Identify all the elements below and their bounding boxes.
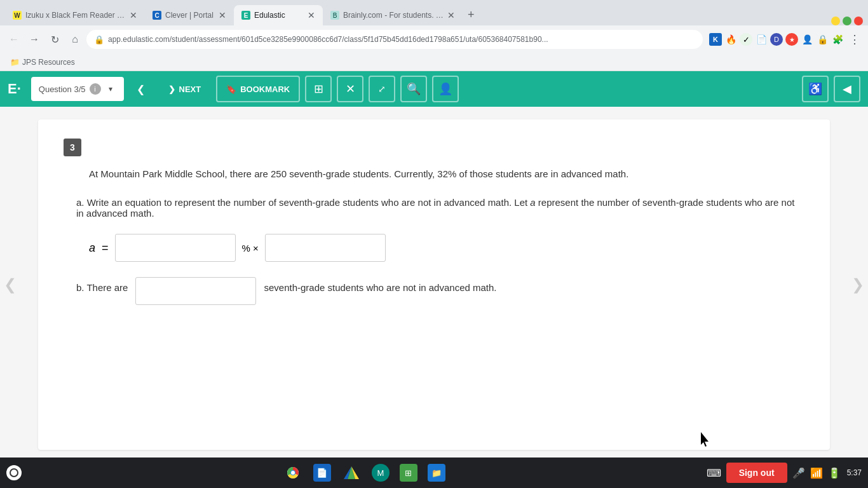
accessibility-button[interactable]: ♿	[802, 76, 829, 102]
ext-icon-5[interactable]: D	[770, 33, 783, 46]
circle-icon	[10, 468, 18, 477]
tab-edulastic[interactable]: E Edulastic ✕	[234, 5, 323, 25]
wifi-icon[interactable]: 📶	[810, 467, 823, 479]
close-button[interactable]	[854, 17, 863, 25]
right-arrow[interactable]: ❯	[848, 269, 868, 301]
edu-logo: E·	[8, 81, 21, 97]
address-bar[interactable]: 🔒 app.edulastic.com/student/assessment/6…	[86, 30, 703, 49]
user-icon: 👤	[438, 82, 452, 96]
part-b-row: b. There are seventh-grade students who …	[76, 277, 804, 305]
reload-button[interactable]: ↻	[46, 30, 64, 48]
expand-button[interactable]: ⤢	[369, 76, 395, 102]
svg-point-3	[291, 471, 295, 475]
grid-button[interactable]: ⊞	[305, 76, 332, 102]
mic-icon[interactable]: 🎤	[792, 467, 805, 479]
tab-title-brainly: Brainly.com - For students. By s	[343, 11, 444, 20]
ext-icon-8[interactable]: 🔒	[816, 33, 829, 46]
prev-button[interactable]: ❮	[129, 77, 153, 101]
gdrive-icon	[342, 465, 360, 480]
chrome-icon	[284, 464, 302, 482]
browser-menu-button[interactable]: ⋮	[846, 30, 863, 49]
question-label-text: Question 3/5	[39, 85, 86, 94]
next-icon: ❯	[168, 85, 175, 94]
back-arrow-button[interactable]: ◀	[834, 76, 860, 102]
taskbar-sheets[interactable]: ⊞	[400, 464, 417, 482]
part-b-suffix: seventh-grade students who are not in ad…	[264, 282, 496, 293]
ext-icon-6[interactable]: ★	[785, 33, 798, 46]
question-card: 3 At Mountain Park Middle School, there …	[38, 119, 830, 450]
question-nav: Question 3/5 i ▾	[31, 77, 124, 101]
sheets-icon: ⊞	[405, 468, 412, 478]
ext-icon-9[interactable]: 🧩	[831, 33, 844, 46]
maximize-button[interactable]	[843, 17, 851, 25]
question-number-badge: 3	[64, 139, 81, 156]
ext-icon-3[interactable]: ✓	[740, 33, 752, 46]
equation-equals: =	[102, 241, 109, 255]
percent-times: % ×	[242, 243, 259, 254]
taskbar-files[interactable]: 📁	[428, 464, 445, 482]
search-button[interactable]: 🔍	[400, 76, 427, 102]
close-button-toolbar[interactable]: ✕	[337, 76, 363, 102]
taskbar-gdocs[interactable]: 📄	[313, 464, 331, 482]
close-tab-edu[interactable]: ✕	[308, 10, 315, 20]
tab-title-izuku: Izuku x Black Fem Reader - Chap	[25, 11, 126, 20]
part-b-input[interactable]	[135, 277, 256, 305]
home-button[interactable]: ⌂	[66, 30, 84, 48]
part-b-prefix: b. There are	[76, 282, 128, 293]
left-arrow-icon: ❮	[4, 276, 17, 294]
bookmark-label: JPS Resources	[22, 58, 75, 67]
close-icon: ✕	[346, 82, 355, 96]
tab-brainly[interactable]: B Brainly.com - For students. By s ✕	[323, 5, 463, 25]
keyboard-icon[interactable]: ⌨	[707, 467, 721, 479]
question-label-container: Question 3/5 i ▾	[31, 83, 124, 95]
minimize-button[interactable]	[831, 17, 840, 25]
taskbar-meet[interactable]: M	[372, 464, 390, 482]
tab-title-clever: Clever | Portal	[165, 11, 215, 20]
ext-icon-2[interactable]: 🔥	[724, 33, 737, 46]
forward-button[interactable]: →	[25, 30, 43, 48]
taskbar-circle[interactable]	[6, 465, 22, 480]
grid-icon: ⊞	[314, 82, 323, 96]
left-arrow[interactable]: ❮	[0, 269, 20, 301]
meet-icon: M	[377, 468, 384, 478]
ext-icon-7[interactable]: 👤	[801, 33, 813, 46]
accessibility-icon: ♿	[808, 82, 822, 96]
tab-izuku[interactable]: W Izuku x Black Fem Reader - Chap ✕	[5, 5, 145, 25]
tab-favicon-izuku: W	[13, 11, 22, 20]
expand-icon: ⤢	[378, 84, 386, 94]
close-tab-brainly[interactable]: ✕	[447, 10, 455, 20]
part-a-instruction: a. Write an equation to represent the nu…	[76, 197, 804, 219]
files-icon: 📁	[431, 468, 442, 478]
close-tab-clever[interactable]: ✕	[219, 10, 226, 20]
tab-clever[interactable]: C Clever | Portal ✕	[145, 5, 234, 25]
search-icon: 🔍	[407, 82, 421, 96]
bookmark-jps[interactable]: 📁 JPS Resources	[6, 57, 79, 68]
time-display: 5:37	[847, 468, 862, 477]
svg-point-0	[10, 469, 18, 477]
question-text: At Mountain Park Middle School, there ar…	[89, 166, 804, 182]
ext-icon-4[interactable]: 📄	[755, 33, 768, 46]
equation-input-1[interactable]	[115, 234, 236, 262]
battery-icon[interactable]: 🔋	[828, 467, 841, 479]
bookmark-button[interactable]: 🔖 BOOKMARK	[216, 76, 300, 102]
address-text: app.edulastic.com/student/assessment/601…	[108, 35, 695, 44]
equation-input-2[interactable]	[265, 234, 386, 262]
part-a-var: a	[530, 197, 535, 208]
back-arrow-icon: ◀	[843, 82, 851, 96]
taskbar-icons: ⌨ Sign out 🎤 📶 🔋	[707, 463, 841, 483]
info-icon[interactable]: i	[90, 83, 101, 95]
next-button[interactable]: ❯ NEXT	[158, 77, 212, 101]
close-tab-izuku[interactable]: ✕	[130, 10, 137, 20]
tab-title-edu: Edulastic	[254, 11, 304, 20]
chevron-down-icon[interactable]: ▾	[105, 85, 116, 93]
equation-variable: a	[89, 241, 95, 255]
back-button[interactable]: ←	[5, 30, 23, 48]
user-button[interactable]: 👤	[432, 76, 459, 102]
ext-icon-1[interactable]: K	[709, 33, 722, 46]
gdocs-icon: 📄	[316, 468, 327, 478]
taskbar-gdrive[interactable]	[341, 463, 362, 483]
new-tab-button[interactable]: +	[463, 4, 480, 25]
sign-out-button[interactable]: Sign out	[726, 463, 787, 483]
main-content: 3 At Mountain Park Middle School, there …	[0, 107, 868, 463]
taskbar-chrome[interactable]	[283, 463, 303, 483]
